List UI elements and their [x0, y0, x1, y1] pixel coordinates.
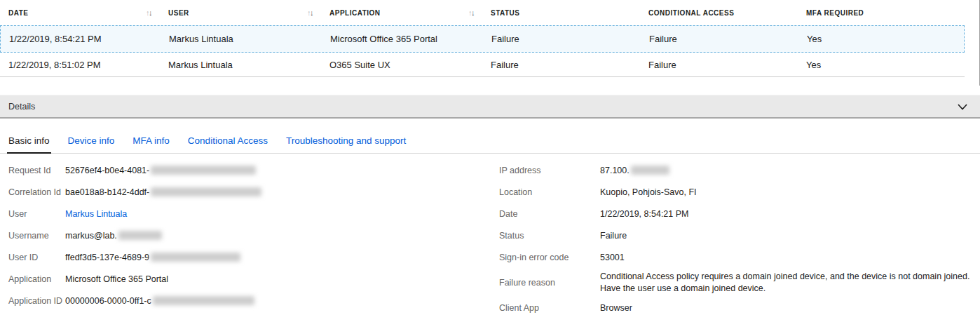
column-header-label: STATUS [491, 9, 520, 17]
field-label: Client App [499, 303, 600, 313]
field-value: Failure [600, 231, 627, 241]
redacted-value [631, 166, 669, 175]
details-bar[interactable]: Details [0, 95, 980, 119]
redacted-value [118, 231, 162, 240]
cell-application: O365 Suite UX [321, 53, 482, 76]
basic-info-right-column: IP address 87.100. Location Kuopio, Pohj… [499, 159, 980, 319]
field-status: Status Failure [499, 224, 980, 246]
cell-mfa-required: Yes [798, 26, 964, 52]
tab-mfa-info[interactable]: MFA info [131, 130, 171, 153]
redacted-value [151, 253, 240, 262]
field-correlation-id: Correlation Id bae018a8-b142-4ddf- [8, 181, 499, 203]
field-label: Failure reason [499, 278, 600, 288]
column-header-label: CONDITIONAL ACCESS [648, 9, 734, 17]
field-value: Kuopio, Pohjois-Savo, FI [600, 187, 697, 197]
field-value: bae018a8-b142-4ddf- [65, 187, 261, 197]
redacted-value [151, 187, 261, 196]
column-header-application[interactable]: APPLICATION ↑↓ [321, 0, 482, 25]
field-label: Username [8, 231, 65, 241]
chevron-down-icon[interactable] [956, 100, 969, 113]
tab-conditional-access[interactable]: Conditional Access [186, 130, 269, 153]
field-value: 52676ef4-b0e4-4081- [65, 166, 256, 175]
column-header-status[interactable]: STATUS [482, 0, 640, 25]
cell-status: Failure [483, 26, 641, 52]
field-label: Application ID [8, 296, 65, 306]
cell-user: Markus Lintuala [161, 26, 322, 52]
field-signin-error-code: Sign-in error code 53001 [499, 246, 980, 268]
redacted-value [153, 296, 254, 305]
user-link[interactable]: Markus Lintuala [65, 209, 127, 219]
field-label: IP address [499, 166, 600, 175]
cell-application: Microsoft Office 365 Portal [322, 26, 483, 52]
sort-icon: ↑↓ [307, 9, 314, 17]
field-date: Date 1/22/2019, 8:54:21 PM [499, 203, 980, 224]
redacted-value [151, 166, 256, 175]
field-label: Request Id [8, 166, 65, 175]
field-application: Application Microsoft Office 365 Portal [8, 268, 499, 290]
tab-device-info[interactable]: Device info [67, 130, 116, 153]
field-username: Username markus@lab. [8, 224, 499, 246]
field-label: Application [8, 274, 65, 284]
field-value: 87.100. [600, 166, 669, 175]
field-failure-reason: Failure reason Conditional Access policy… [499, 268, 980, 297]
signin-logs-panel: DATE ↑↓ USER ↑↓ APPLICATION ↑↓ STATUS CO… [0, 0, 980, 322]
tab-troubleshooting-support[interactable]: Troubleshooting and support [285, 130, 407, 153]
column-header-user[interactable]: USER ↑↓ [160, 0, 321, 25]
field-value: markus@lab. [65, 231, 162, 241]
field-request-id: Request Id 52676ef4-b0e4-4081- [8, 159, 499, 181]
field-label: User [8, 209, 65, 219]
field-value: ffedf3d5-137e-4689-9 [65, 253, 240, 262]
details-tab-bar: Basic info Device info MFA info Conditio… [0, 130, 980, 154]
field-value: 53001 [600, 253, 625, 262]
column-header-conditional-access[interactable]: CONDITIONAL ACCESS [640, 0, 798, 25]
column-header-mfa-required[interactable]: MFA REQUIRED [798, 0, 979, 25]
table-header-row: DATE ↑↓ USER ↑↓ APPLICATION ↑↓ STATUS CO… [0, 0, 979, 25]
field-ip-address: IP address 87.100. [499, 159, 980, 181]
cell-conditional-access: Failure [640, 53, 798, 76]
cell-date: 1/22/2019, 8:54:21 PM [1, 26, 161, 52]
signin-row-selected[interactable]: 1/22/2019, 8:54:21 PM Markus Lintuala Mi… [0, 25, 965, 53]
cell-conditional-access: Failure [641, 26, 798, 52]
field-label: Location [499, 187, 600, 197]
column-header-label: APPLICATION [329, 9, 381, 17]
field-label: Date [499, 209, 600, 219]
field-label: User ID [8, 253, 65, 262]
field-location: Location Kuopio, Pohjois-Savo, FI [499, 181, 980, 203]
field-value: Conditional Access policy requires a dom… [600, 268, 973, 297]
field-label: Correlation Id [8, 187, 65, 197]
signin-events-table: DATE ↑↓ USER ↑↓ APPLICATION ↑↓ STATUS CO… [0, 0, 980, 86]
sort-icon: ↑↓ [468, 9, 475, 17]
field-value: Browser [600, 303, 632, 313]
basic-info-left-column: Request Id 52676ef4-b0e4-4081- Correlati… [8, 159, 499, 319]
tab-basic-info[interactable]: Basic info [7, 130, 51, 154]
column-header-label: DATE [8, 9, 28, 17]
column-header-date[interactable]: DATE ↑↓ [0, 0, 160, 25]
details-bar-label: Details [8, 102, 35, 112]
field-application-id: Application ID 00000006-0000-0ff1-c [8, 290, 499, 311]
field-user: User Markus Lintuala [8, 203, 499, 224]
field-label: Sign-in error code [499, 253, 600, 262]
cell-mfa-required: Yes [798, 53, 965, 76]
signin-row[interactable]: 1/22/2019, 8:51:02 PM Markus Lintuala O3… [0, 53, 965, 77]
field-value: 00000006-0000-0ff1-c [65, 296, 254, 306]
basic-info-panel: Request Id 52676ef4-b0e4-4081- Correlati… [0, 154, 980, 319]
field-client-app: Client App Browser [499, 297, 980, 319]
field-user-id: User ID ffedf3d5-137e-4689-9 [8, 246, 499, 268]
sort-icon: ↑↓ [146, 9, 153, 17]
column-header-label: MFA REQUIRED [806, 9, 864, 17]
field-value: 1/22/2019, 8:54:21 PM [600, 209, 688, 219]
column-header-label: USER [168, 9, 189, 17]
field-value: Microsoft Office 365 Portal [65, 274, 168, 284]
field-label: Status [499, 231, 600, 241]
cell-status: Failure [482, 53, 640, 76]
cell-date: 1/22/2019, 8:51:02 PM [0, 53, 160, 76]
cell-user: Markus Lintuala [160, 53, 321, 76]
